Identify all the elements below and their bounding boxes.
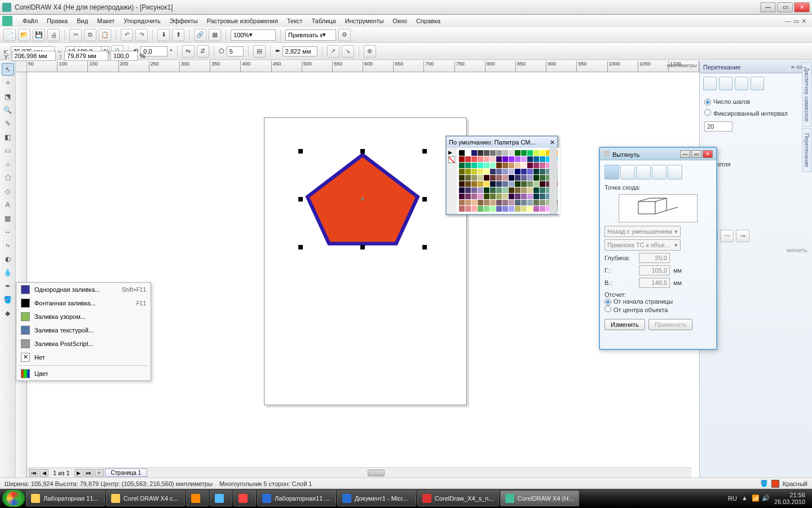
dlg-close-button[interactable]: ✕	[703, 150, 713, 158]
ref-page-radio[interactable]	[604, 299, 611, 305]
color-swatch[interactable]	[533, 200, 539, 205]
tray-flag-icon[interactable]: ▲	[742, 494, 749, 502]
connector-tool[interactable]: ⤷	[2, 239, 14, 252]
crop-tool[interactable]: ⬔	[2, 90, 14, 103]
color-swatch[interactable]	[527, 187, 533, 193]
path-icon[interactable]: 〰	[720, 230, 734, 242]
color-swatch[interactable]	[515, 150, 520, 156]
blend-tab[interactable]: Перетекание	[802, 128, 811, 172]
undo-button[interactable]: ↶	[121, 29, 133, 41]
color-swatch[interactable]	[465, 187, 471, 193]
color-swatch[interactable]	[490, 169, 496, 174]
color-swatch[interactable]	[478, 187, 483, 193]
menu-Вид[interactable]: Вид	[72, 16, 92, 25]
color-swatch[interactable]	[509, 187, 514, 193]
taskbar-task[interactable]: Corel DRAW X4 с...	[106, 491, 185, 506]
color-swatch[interactable]	[465, 156, 471, 162]
flyout-item[interactable]: Заливка текстурой...	[16, 323, 151, 337]
color-swatch[interactable]	[540, 194, 545, 199]
color-swatch[interactable]	[471, 175, 477, 181]
color-swatch[interactable]	[509, 156, 514, 162]
color-swatch[interactable]	[465, 163, 471, 168]
sides-field[interactable]: 5	[227, 46, 244, 56]
menu-Таблица[interactable]: Таблица	[307, 16, 341, 25]
color-swatch[interactable]	[509, 194, 514, 199]
effects-tool[interactable]: ◐	[2, 253, 14, 265]
color-swatch[interactable]	[502, 200, 508, 205]
color-swatch[interactable]	[496, 200, 502, 205]
color-swatch[interactable]	[502, 194, 508, 199]
color-swatch[interactable]	[496, 169, 502, 174]
color-swatch[interactable]	[521, 163, 527, 168]
color-swatch[interactable]	[521, 175, 527, 181]
color-swatch[interactable]	[527, 194, 533, 199]
fill-indicator-icon[interactable]: 🪣	[760, 480, 768, 487]
color-swatch[interactable]	[502, 175, 508, 181]
fill-swatch[interactable]	[771, 480, 779, 488]
palette-scrollbar[interactable]	[549, 148, 557, 214]
docker-collapse-icon[interactable]: »	[791, 63, 795, 70]
v-field[interactable]	[639, 278, 670, 288]
color-swatch[interactable]	[459, 169, 465, 174]
blend-color-tab[interactable]	[735, 77, 748, 90]
color-swatch[interactable]	[465, 169, 471, 174]
color-swatch[interactable]	[515, 156, 520, 162]
taskbar-task[interactable]: Лабораторная 11...	[26, 491, 105, 506]
wrap-text-icon[interactable]: ▤	[253, 45, 266, 58]
first-page-button[interactable]: ⏮	[29, 469, 38, 477]
system-clock[interactable]: 21:56 26.03.2010	[774, 492, 805, 505]
color-swatch[interactable]	[459, 181, 465, 187]
color-swatch[interactable]	[478, 150, 483, 156]
color-swatch[interactable]	[484, 156, 489, 162]
menu-Окно[interactable]: Окно	[388, 16, 412, 25]
minimize-button[interactable]: —	[760, 2, 776, 12]
steps-field[interactable]: 20	[704, 121, 732, 132]
flyout-item[interactable]: ✕Нет	[16, 351, 151, 364]
color-swatch[interactable]	[533, 163, 539, 168]
color-swatch[interactable]	[521, 206, 527, 212]
color-swatch[interactable]	[509, 175, 514, 181]
selected-object[interactable]: ×	[301, 151, 425, 247]
blend-misc-tab[interactable]	[751, 77, 764, 90]
color-swatch[interactable]	[521, 181, 527, 187]
blend-accel-tab[interactable]	[719, 77, 732, 90]
color-swatch[interactable]	[496, 163, 502, 168]
paste-button[interactable]: 📋	[99, 29, 111, 41]
color-swatch[interactable]	[521, 150, 527, 156]
color-swatch[interactable]	[515, 169, 520, 174]
basic-shapes-tool[interactable]: ◇	[2, 185, 14, 198]
flyout-item[interactable]: Заливка узором...	[16, 310, 151, 323]
prev-page-button[interactable]: ◀	[39, 469, 48, 477]
docker-undock-icon[interactable]: ▭	[796, 63, 802, 70]
taskbar-task[interactable]: Лабораторная11 ...	[257, 491, 336, 506]
color-swatch[interactable]	[459, 175, 465, 181]
color-swatch[interactable]	[533, 169, 539, 174]
taskbar-task[interactable]: CorelDraw_X4_s_n...	[417, 491, 499, 506]
fill-tool[interactable]: 🪣	[2, 294, 14, 306]
pick-tool[interactable]: ↖	[2, 63, 14, 76]
snap-combo[interactable]: Привязать к ▾	[285, 29, 336, 41]
rectangle-tool[interactable]: ▭	[2, 144, 14, 157]
color-swatch[interactable]	[484, 175, 489, 181]
color-swatch[interactable]	[521, 194, 527, 199]
text-tool[interactable]: A	[2, 199, 14, 211]
palette-close-icon[interactable]: ✕	[550, 139, 555, 146]
color-swatch[interactable]	[502, 169, 508, 174]
color-swatch[interactable]	[496, 150, 502, 156]
color-swatch[interactable]	[502, 206, 508, 212]
color-swatch[interactable]	[502, 156, 508, 162]
color-swatch[interactable]	[465, 181, 471, 187]
color-swatch[interactable]	[521, 169, 527, 174]
redo-button[interactable]: ↷	[135, 29, 148, 41]
symbol-manager-tab[interactable]: Диспетчер символов	[802, 62, 811, 127]
color-swatch[interactable]	[540, 200, 545, 205]
color-swatch[interactable]	[465, 206, 471, 212]
smart-fill-tool[interactable]: ◧	[2, 131, 14, 143]
menu-Текст[interactable]: Текст	[283, 16, 307, 25]
color-swatch[interactable]	[533, 206, 539, 212]
blend-steps-tab[interactable]	[703, 77, 717, 90]
extrude-preset-tab[interactable]	[604, 165, 619, 179]
menu-Макет[interactable]: Макет	[92, 16, 119, 25]
color-swatch[interactable]	[527, 150, 533, 156]
color-swatch[interactable]	[515, 175, 520, 181]
